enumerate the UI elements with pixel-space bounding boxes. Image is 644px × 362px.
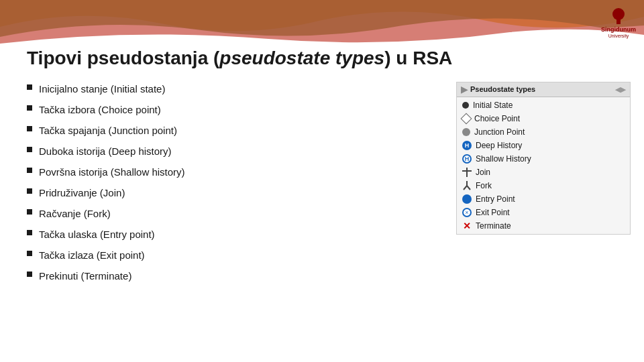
- panel-row-label: Shallow History: [476, 154, 531, 164]
- terminate-icon: ✕: [462, 221, 472, 231]
- exit-point-icon: ×: [462, 208, 472, 217]
- wave-decoration: [0, 0, 644, 47]
- panel-row-label: Exit Point: [476, 208, 510, 217]
- panel-row[interactable]: Initial State: [457, 99, 630, 112]
- list-item: Površna istorija (Shallow history): [27, 165, 436, 179]
- panel-row[interactable]: Junction Point: [457, 125, 630, 139]
- junction-icon: [462, 128, 470, 136]
- bullet-icon: [27, 84, 32, 90]
- bullet-icon: [27, 147, 32, 152]
- panel-row-label: Entry Point: [476, 194, 515, 204]
- panel-header-icon: ▶: [461, 84, 468, 95]
- svg-line-5: [464, 186, 467, 190]
- bullet-icon: [27, 105, 32, 111]
- bullet-icon: [27, 272, 32, 277]
- list-item: Tačka spajanja (Junction point): [27, 123, 436, 137]
- bullet-icon: [27, 126, 32, 131]
- expand-arrow[interactable]: ◀▶: [615, 86, 626, 93]
- panel-row[interactable]: ×Exit Point: [457, 206, 630, 219]
- bullet-icon: [27, 168, 32, 173]
- panel-row-label: Choice Point: [474, 114, 520, 123]
- svg-point-0: [612, 8, 625, 20]
- join-icon: [462, 168, 472, 177]
- deep-history-icon: H: [462, 141, 472, 150]
- list-item-label: Tačka spajanja (Junction point): [39, 123, 177, 137]
- list-item: Duboka istorija (Deep history): [27, 144, 436, 158]
- list-item: Tačka ulaska (Entry point): [27, 227, 436, 241]
- panel-row[interactable]: Join: [457, 166, 630, 179]
- list-item: Prekinuti (Terminate): [27, 269, 436, 283]
- initial-state-icon: [462, 102, 469, 109]
- panel-row-label: Junction Point: [474, 127, 525, 137]
- choice-icon: [461, 113, 472, 124]
- bullet-icon: [27, 251, 32, 256]
- panel-row[interactable]: Entry Point: [457, 192, 630, 206]
- panel-header: ▶ Pseudostate types ◀▶: [457, 82, 630, 97]
- pseudostate-panel: ▶ Pseudostate types ◀▶ Initial StateChoi…: [456, 82, 631, 235]
- panel-row[interactable]: Fork: [457, 179, 630, 192]
- panel-row-label: Fork: [476, 181, 492, 190]
- panel-row-label: Initial State: [473, 101, 513, 110]
- list-item-label: Tačka ulaska (Entry point): [39, 227, 155, 241]
- list-item-label: Račvanje (Fork): [39, 206, 111, 221]
- logo-subtext: University: [608, 34, 629, 38]
- svg-rect-2: [466, 168, 468, 177]
- fork-icon: [462, 181, 472, 190]
- panel-row-label: Terminate: [476, 221, 511, 231]
- panel-content: Initial StateChoice PointJunction PointH…: [457, 97, 630, 234]
- bullet-icon: [27, 188, 32, 194]
- list-item: Tačka izlaza (Exit point): [27, 248, 436, 262]
- svg-rect-4: [466, 181, 468, 186]
- list-item-label: Tačka izlaza (Exit point): [39, 248, 145, 262]
- panel-row-label: Deep History: [476, 141, 522, 150]
- panel-row[interactable]: HShallow History: [457, 152, 630, 166]
- bullet-list: Inicijalno stanje (Initial state)Tačka i…: [27, 82, 436, 290]
- bullet-icon: [27, 230, 32, 235]
- panel-title: Pseudostate types: [470, 85, 535, 93]
- bullet-icon: [27, 209, 32, 215]
- list-item: Inicijalno stanje (Initial state): [27, 82, 436, 96]
- svg-rect-1: [616, 19, 621, 24]
- list-item-label: Tačka izbora (Choice point): [39, 103, 161, 117]
- panel-row[interactable]: ✕Terminate: [457, 219, 630, 233]
- list-item-label: Pridruživanje (Join): [39, 186, 125, 200]
- list-item-label: Prekinuti (Terminate): [39, 269, 131, 283]
- content-area: Inicijalno stanje (Initial state)Tačka i…: [27, 82, 631, 290]
- main-content: Tipovi pseudostanja (pseudostate types) …: [27, 47, 631, 349]
- list-item-label: Inicijalno stanje (Initial state): [39, 82, 165, 96]
- list-item: Pridruživanje (Join): [27, 186, 436, 200]
- list-item-label: Površna istorija (Shallow history): [39, 165, 185, 179]
- list-item-label: Duboka istorija (Deep history): [39, 144, 172, 158]
- svg-rect-3: [462, 170, 472, 172]
- entry-point-icon: [462, 194, 472, 204]
- panel-row-label: Join: [476, 168, 490, 177]
- logo: Singidunum University: [601, 5, 636, 38]
- svg-line-6: [467, 186, 470, 190]
- logo-name: Singidunum: [601, 27, 636, 34]
- list-item: Tačka izbora (Choice point): [27, 103, 436, 117]
- page-title: Tipovi pseudostanja (pseudostate types) …: [27, 47, 631, 70]
- shallow-history-icon: H: [462, 154, 472, 164]
- panel-row[interactable]: HDeep History: [457, 139, 630, 152]
- list-item: Račvanje (Fork): [27, 206, 436, 221]
- panel-row[interactable]: Choice Point: [457, 112, 630, 125]
